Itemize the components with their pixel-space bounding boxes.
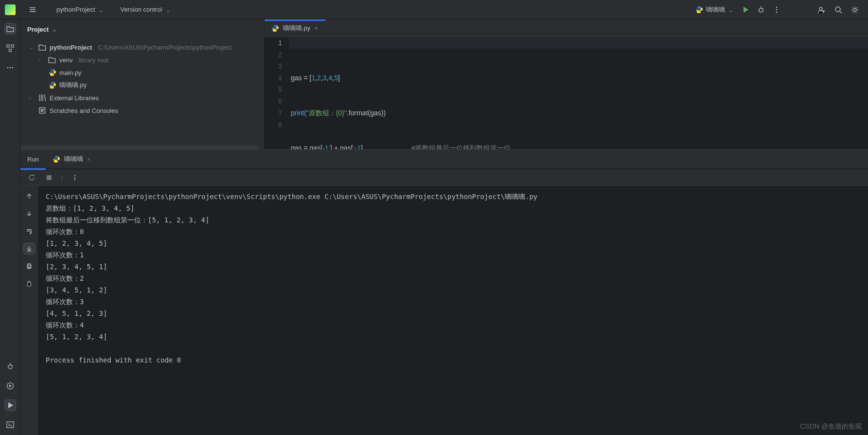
run-toolbar: | xyxy=(20,169,868,186)
project-tool-button[interactable] xyxy=(5,23,16,34)
run-tool-window: Run 嘀嘀嘀 × | xyxy=(20,150,868,435)
run-tool-button[interactable] xyxy=(5,400,16,411)
svg-point-14 xyxy=(12,67,13,69)
svg-point-8 xyxy=(853,8,856,11)
soft-wrap-button[interactable] xyxy=(24,226,35,236)
folder-icon xyxy=(38,43,47,52)
tree-hint: library root xyxy=(78,56,108,64)
svg-point-13 xyxy=(9,67,11,69)
project-panel-header[interactable]: Project xyxy=(20,19,264,39)
close-icon[interactable]: × xyxy=(87,156,91,163)
python-icon xyxy=(53,155,60,163)
left-tool-rail xyxy=(0,19,20,435)
library-icon xyxy=(38,93,47,102)
svg-point-4 xyxy=(776,9,778,10)
current-line-highlight xyxy=(289,37,868,49)
editor-tab-dididi[interactable]: 嘀嘀嘀.py × xyxy=(265,19,325,37)
tree-label: main.py xyxy=(59,69,82,76)
tree-path-hint: C:\Users\ASUS\PycharmProjects\pythonProj… xyxy=(98,44,231,51)
debug-button[interactable] xyxy=(753,4,769,16)
pycharm-logo-icon xyxy=(5,4,16,15)
main-menu-button[interactable] xyxy=(24,3,41,16)
structure-tool-button[interactable] xyxy=(5,43,16,54)
rerun-button[interactable] xyxy=(26,172,37,183)
vcs-menu[interactable]: Version control xyxy=(117,4,175,16)
scroll-to-end-button[interactable] xyxy=(24,243,35,254)
stop-button[interactable] xyxy=(44,172,54,183)
tree-row-file-dididi[interactable]: 嘀嘀嘀.py xyxy=(20,79,264,91)
project-panel-title: Project xyxy=(27,26,49,33)
settings-button[interactable] xyxy=(847,3,863,16)
svg-point-5 xyxy=(776,11,778,13)
run-tab-script[interactable]: 嘀嘀嘀 × xyxy=(46,149,98,169)
svg-point-12 xyxy=(7,67,8,69)
svg-point-0 xyxy=(698,7,698,7)
run-config-selector[interactable]: 嘀嘀嘀 xyxy=(691,3,738,16)
svg-point-7 xyxy=(835,7,840,12)
run-tabs: Run 嘀嘀嘀 × xyxy=(20,150,868,169)
tree-label: Scratches and Consoles xyxy=(50,107,118,114)
tree-label: venv xyxy=(59,56,72,64)
python-icon xyxy=(49,69,56,76)
search-everywhere-button[interactable] xyxy=(830,3,847,16)
tree-label: External Libraries xyxy=(50,94,99,102)
tree-row-scratches[interactable]: Scratches and Consoles xyxy=(20,104,264,117)
tree-row-external-libraries[interactable]: › External Libraries xyxy=(20,91,264,104)
up-arrow-button[interactable] xyxy=(24,191,35,201)
run-output[interactable]: C:\Users\ASUS\PycharmProjects\pythonProj… xyxy=(38,186,868,435)
chevron-right-icon: › xyxy=(29,95,35,101)
top-toolbar: pythonProject Version control 嘀嘀嘀 xyxy=(0,0,868,19)
svg-point-20 xyxy=(74,179,75,180)
tree-row-project-root[interactable]: ⌄ pythonProject C:\Users\ASUS\PycharmPro… xyxy=(20,41,264,54)
svg-point-19 xyxy=(74,177,75,178)
debug-tool-button[interactable] xyxy=(5,361,16,372)
python-icon xyxy=(49,81,56,89)
vcs-label: Version control xyxy=(121,6,162,13)
code-body[interactable]: gas = [1,2,3,4,5] print("原数组：{0}".format… xyxy=(289,37,868,149)
svg-rect-10 xyxy=(11,45,14,47)
project-tool-window: Project ⌄ pythonProject C:\Users\ASUS\Py… xyxy=(20,19,265,149)
watermark-text: CSDN @鱼塘的鱼呢 xyxy=(800,422,862,431)
services-tool-button[interactable] xyxy=(5,381,16,391)
run-side-toolbar xyxy=(20,186,38,435)
more-run-actions[interactable] xyxy=(70,172,80,183)
svg-rect-17 xyxy=(47,175,52,180)
chevron-right-icon: › xyxy=(39,57,45,63)
run-button[interactable] xyxy=(738,4,753,16)
svg-point-18 xyxy=(74,175,75,176)
project-name-label: pythonProject xyxy=(56,6,95,13)
scratch-icon xyxy=(38,106,47,115)
svg-point-6 xyxy=(819,7,822,10)
tree-label: 嘀嘀嘀.py xyxy=(59,81,87,90)
more-actions-button[interactable] xyxy=(769,4,784,16)
down-arrow-button[interactable] xyxy=(24,208,35,219)
svg-point-1 xyxy=(700,12,700,12)
svg-rect-11 xyxy=(9,49,11,52)
tree-label: pythonProject xyxy=(50,44,92,51)
python-icon xyxy=(271,24,279,32)
tree-row-venv[interactable]: › venv library root xyxy=(20,54,264,66)
editor-area: 嘀嘀嘀.py × 12345678 gas = [1,2,3,4,5] prin… xyxy=(265,19,868,149)
close-icon[interactable]: × xyxy=(314,24,318,32)
run-tab-label: 嘀嘀嘀 xyxy=(64,155,83,163)
svg-rect-9 xyxy=(7,45,9,47)
run-tab-label: Run xyxy=(27,156,39,163)
editor-tab-label: 嘀嘀嘀.py xyxy=(283,24,310,33)
folder-icon xyxy=(48,55,56,64)
project-selector[interactable]: pythonProject xyxy=(53,4,108,16)
clear-button[interactable] xyxy=(24,278,35,289)
svg-point-2 xyxy=(759,8,763,12)
code-with-me-button[interactable] xyxy=(814,3,830,16)
print-button[interactable] xyxy=(24,261,35,272)
editor-tabs: 嘀嘀嘀.py × xyxy=(265,19,868,37)
run-tab-run[interactable]: Run xyxy=(20,149,46,169)
code-editor[interactable]: 12345678 gas = [1,2,3,4,5] print("原数组：{0… xyxy=(265,37,868,149)
tree-row-file-main[interactable]: main.py xyxy=(20,66,264,79)
chevron-down-icon: ⌄ xyxy=(29,45,35,50)
terminal-tool-button[interactable] xyxy=(5,419,16,430)
run-config-label: 嘀嘀嘀 xyxy=(706,5,725,14)
python-icon xyxy=(695,6,703,14)
more-tools-button[interactable] xyxy=(5,62,16,73)
svg-rect-22 xyxy=(28,264,31,265)
scrollbar-thumb[interactable] xyxy=(20,145,259,149)
